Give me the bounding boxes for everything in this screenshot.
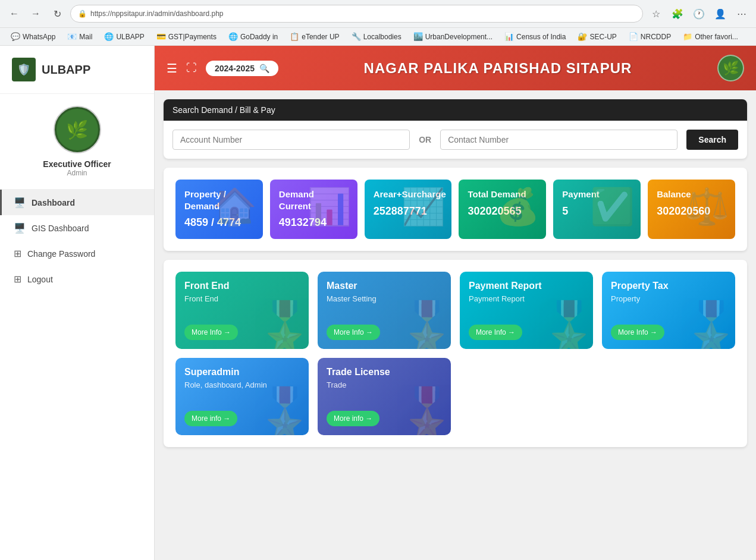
expand-button[interactable]: ⛶ <box>186 62 197 74</box>
search-section: Search Demand / Bill & Pay OR Search <box>164 99 747 159</box>
bookmark-urban[interactable]: 🏙️ UrbanDevelopment... <box>409 30 497 43</box>
stat-card-total-demand[interactable]: Total Demand 302020565 💰 <box>459 180 546 239</box>
search-button[interactable]: Search <box>686 130 738 150</box>
hamburger-menu-button[interactable]: ☰ <box>167 61 177 75</box>
module-card-title: Superadmin <box>184 367 300 377</box>
star-button[interactable]: ☆ <box>648 5 664 22</box>
stat-bg-icon: ⚖️ <box>685 185 729 228</box>
empty-col-1 <box>460 358 593 435</box>
stat-bg-icon: 🏠 <box>212 185 257 228</box>
bookmark-etender[interactable]: 📋 eTender UP <box>285 30 344 43</box>
bookmark-gst[interactable]: 💳 GST|Payments <box>152 30 221 43</box>
sidebar-item-label: Logout <box>27 275 53 284</box>
year-selector[interactable]: 2024-2025 🔍 <box>206 61 278 76</box>
bookmark-label: Mail <box>79 33 92 41</box>
back-button[interactable]: ← <box>6 5 23 22</box>
localbodies-icon: 🔧 <box>352 32 361 41</box>
stat-card-property[interactable]: Property / Demand 4859 / 4774 🏠 <box>175 180 263 239</box>
extension-button[interactable]: 🧩 <box>669 5 686 22</box>
url-text: https://nppsitapur.in/admin/dashboard.ph… <box>90 10 224 18</box>
bookmark-label: NRCDDP <box>641 33 671 41</box>
sidebar-item-change-password[interactable]: ⊞ Change Password <box>0 241 154 266</box>
stat-bg-icon: 📈 <box>401 185 446 228</box>
stats-section: Property / Demand 4859 / 4774 🏠 Demand C… <box>164 168 747 251</box>
stat-bg-icon: 💰 <box>495 185 540 228</box>
sidebar-item-logout[interactable]: ⊞ Logout <box>0 266 154 292</box>
module-bg-icon: 🎖️ <box>255 299 309 349</box>
master-more-button[interactable]: More Info → <box>327 325 380 340</box>
secup-icon: 🔐 <box>578 32 587 41</box>
forward-button[interactable]: → <box>27 5 44 22</box>
contact-number-input[interactable] <box>440 130 677 150</box>
ulbapp-icon: 🌐 <box>104 32 114 41</box>
module-card-title: Payment Report <box>469 281 584 291</box>
profile-button[interactable]: 👤 <box>712 5 729 22</box>
bookmarks-bar: 💬 WhatsApp 📧 Mail 🌐 ULBAPP 💳 GST|Payment… <box>0 28 756 46</box>
etender-icon: 📋 <box>290 32 299 41</box>
search-body: OR Search <box>164 121 747 159</box>
bookmark-census[interactable]: 📊 Census of India <box>500 30 570 43</box>
header-title: NAGAR PALIKA PARISHAD SITAPUR <box>287 60 708 77</box>
user-role: Admin <box>67 169 87 177</box>
urban-icon: 🏙️ <box>413 32 423 41</box>
bookmark-ulbapp[interactable]: 🌐 ULBAPP <box>99 30 149 43</box>
sidebar-item-label: Dashboard <box>32 198 75 207</box>
bookmark-label: Other favori... <box>695 33 738 41</box>
module-card-superadmin[interactable]: Superadmin Role, dashboard, Admin More i… <box>175 358 309 435</box>
module-card-master[interactable]: Master Master Setting More Info → 🎖️ <box>318 272 451 349</box>
module-card-payment-report[interactable]: Payment Report Payment Report More Info … <box>460 272 593 349</box>
lock-icon: 🔒 <box>78 10 87 18</box>
module-card-trade-license[interactable]: Trade License Trade More info → 🎖️ <box>318 358 451 435</box>
account-number-input[interactable] <box>172 130 410 150</box>
superadmin-more-button[interactable]: More info → <box>184 411 237 426</box>
frontend-more-button[interactable]: More Info → <box>184 325 238 340</box>
empty-col-2 <box>602 358 735 435</box>
menu-button[interactable]: ⋯ <box>733 5 750 22</box>
gst-icon: 💳 <box>156 32 166 41</box>
module-card-title: Property Tax <box>611 281 726 291</box>
bookmark-godaddy[interactable]: 🌐 GoDaddy in <box>224 30 283 43</box>
stat-card-payment[interactable]: Payment 5 ✅ <box>553 180 641 239</box>
bookmark-label: UrbanDevelopment... <box>425 33 493 41</box>
logo-shield-icon: 🛡️ <box>12 58 36 81</box>
logout-icon: ⊞ <box>14 273 21 285</box>
sidebar-item-dashboard[interactable]: 🖥️ Dashboard <box>0 190 154 215</box>
modules-section: Front End Front End More Info → 🎖️ Maste… <box>164 260 747 447</box>
bookmark-label: GoDaddy in <box>240 33 278 41</box>
bookmark-label: Census of India <box>516 33 566 41</box>
bookmark-whatsapp[interactable]: 💬 WhatsApp <box>6 30 60 43</box>
stat-card-arear[interactable]: Arear+Surcharge 252887771 📈 <box>365 180 452 239</box>
nrcddp-icon: 📄 <box>629 32 638 41</box>
module-card-title: Trade License <box>327 367 442 377</box>
stat-bg-icon: ✅ <box>590 185 635 228</box>
bookmark-label: GST|Payments <box>168 33 217 41</box>
stat-card-demand-current[interactable]: Demand Current 49132794 📊 <box>270 180 357 239</box>
module-bg-icon: 🎖️ <box>539 299 593 349</box>
bookmark-secup[interactable]: 🔐 SEC-UP <box>573 30 621 43</box>
search-section-header: Search Demand / Bill & Pay <box>164 99 747 121</box>
stat-card-balance[interactable]: Balance 302020560 ⚖️ <box>648 180 735 239</box>
stat-bg-icon: 📊 <box>307 185 352 228</box>
bookmark-label: WhatsApp <box>23 33 55 41</box>
payment-report-more-button[interactable]: More Info → <box>469 325 522 340</box>
bookmark-nrcddp[interactable]: 📄 NRCDDP <box>624 30 676 43</box>
sidebar-item-gis-dashboard[interactable]: 🖥️ GIS Dashboard <box>0 215 154 241</box>
app-container: 🛡️ ULBAPP 🌿 Executive Officer Admin 🖥️ D… <box>0 46 756 560</box>
address-bar[interactable]: 🔒 https://nppsitapur.in/admin/dashboard.… <box>70 5 643 23</box>
history-button[interactable]: 🕐 <box>691 5 707 22</box>
bookmark-other[interactable]: 📁 Other favori... <box>678 30 743 43</box>
module-bg-icon: 🎖️ <box>397 299 451 349</box>
bookmark-mail[interactable]: 📧 Mail <box>62 30 97 43</box>
trade-license-more-button[interactable]: More info → <box>327 411 379 426</box>
whatsapp-icon: 💬 <box>11 32 20 41</box>
gis-icon: 🖥️ <box>14 222 26 234</box>
sidebar: 🛡️ ULBAPP 🌿 Executive Officer Admin 🖥️ D… <box>0 46 155 560</box>
bookmark-label: ULBAPP <box>116 33 144 41</box>
property-tax-more-button[interactable]: More Info → <box>611 325 664 340</box>
user-name: Executive Officer <box>43 159 111 169</box>
module-card-frontend[interactable]: Front End Front End More Info → 🎖️ <box>175 272 309 349</box>
bookmark-localbodies[interactable]: 🔧 Localbodies <box>347 30 406 43</box>
folder-icon: 📁 <box>683 32 692 41</box>
reload-button[interactable]: ↻ <box>49 5 65 22</box>
module-card-property-tax[interactable]: Property Tax Property More Info → 🎖️ <box>602 272 735 349</box>
